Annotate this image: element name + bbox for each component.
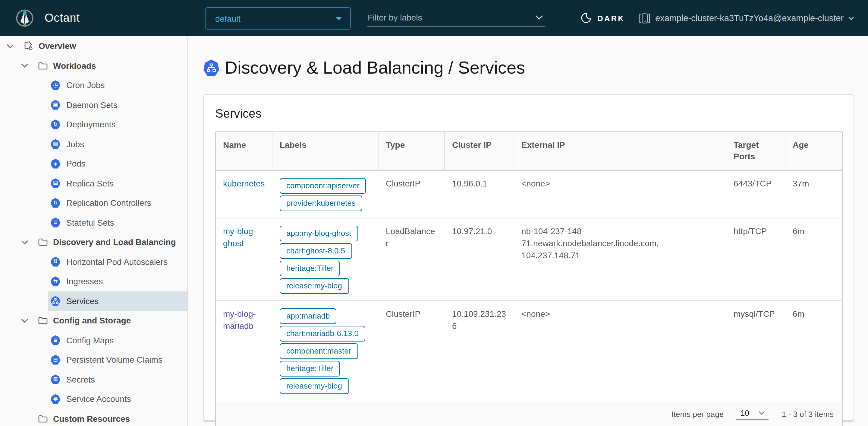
label-pill[interactable]: app:mariadb: [280, 308, 337, 324]
sidebar-group-config-and-storage[interactable]: Config and Storage: [0, 311, 187, 330]
chevron-down-icon: [21, 64, 28, 68]
cell-age: 6m: [785, 301, 842, 401]
cell-target-ports: mysql/TCP: [726, 301, 785, 401]
column-header-name: Name: [216, 132, 273, 170]
cell-external-ip: <none>: [514, 171, 726, 218]
items-per-page-label: Items per page: [672, 410, 724, 419]
folder-icon: [38, 61, 48, 70]
service-link-my-blog-mariadb[interactable]: my-blog-mariadb: [223, 309, 256, 331]
cell-age: 6m: [785, 219, 842, 301]
secrets-icon: ⊠: [51, 374, 60, 385]
sidebar-item-replication-controllers[interactable]: ↻ Replication Controllers: [48, 193, 187, 213]
cell-labels: app:mariadb chart:mariadb-6.13.0 compone…: [273, 301, 378, 401]
sidebar-group-custom-resources[interactable]: Custom Resources: [0, 409, 187, 426]
sidebar-item-config-maps[interactable]: ≣ Config Maps: [48, 330, 187, 350]
services-table: Name Labels Type Cluster IP External IP …: [215, 131, 843, 426]
label-pill[interactable]: component:apiserver: [280, 178, 366, 194]
service-link-kubernetes[interactable]: kubernetes: [223, 179, 265, 188]
jobs-icon: ▦: [51, 139, 60, 149]
column-header-labels: Labels: [273, 132, 378, 170]
folder-icon: [38, 415, 48, 423]
cluster-selector[interactable]: example-cluster-ka3TuTzYo4a@example-clus…: [638, 0, 854, 36]
sidebar: Overview Workloads ◷ Cron Jobs ▣ Daemon …: [0, 36, 188, 426]
namespace-value: default: [215, 13, 241, 23]
column-header-age: Age: [785, 132, 842, 170]
caret-down-icon: [336, 17, 342, 20]
sidebar-item-service-accounts[interactable]: ◉ Service Accounts: [48, 389, 187, 409]
sidebar-item-stateful-sets[interactable]: ≡ Stateful Sets: [48, 213, 187, 232]
chevron-down-icon: [21, 240, 28, 245]
cell-cluster-ip: 10.97.21.0: [445, 219, 514, 301]
pagination-range: 1 - 3 of 3 items: [782, 410, 834, 419]
cell-labels: app:my-blog-ghost chart:ghost-8.0.5 heri…: [273, 219, 378, 301]
cell-type: ClusterIP: [378, 301, 445, 401]
service-link-my-blog-ghost[interactable]: my-blog-ghost: [223, 226, 256, 248]
moon-icon: [580, 12, 592, 24]
label-pill[interactable]: release:my-blog: [280, 278, 349, 294]
column-header-target-ports: Target Ports: [726, 132, 785, 170]
ingresses-icon: ⇆: [51, 276, 60, 287]
sidebar-item-services[interactable]: Services: [48, 291, 187, 311]
sidebar-item-persistent-volume-claims[interactable]: ⊟ Persistent Volume Claims: [48, 350, 187, 370]
horizontal-pod-autoscalers-icon: ⇅: [51, 257, 60, 267]
dark-theme-toggle[interactable]: DARK: [580, 0, 625, 36]
card-title: Services: [215, 106, 842, 121]
chevron-down-icon: [848, 16, 854, 20]
services-card: Services Name Labels Type Cluster IP Ext…: [203, 94, 854, 421]
cell-cluster-ip: 10.96.0.1: [445, 171, 514, 218]
label-pill[interactable]: component:master: [280, 343, 358, 359]
overview-icon: [24, 41, 33, 51]
sidebar-item-replica-sets[interactable]: ▤ Replica Sets: [48, 173, 187, 193]
pods-icon: ◈: [51, 159, 60, 169]
table-pagination: Items per page 10 1 - 3 of 3 items: [216, 401, 842, 426]
label-filter-input[interactable]: Filter by labels: [367, 10, 546, 27]
namespace-select[interactable]: default: [205, 7, 351, 30]
cell-external-ip: nb-104-237-148-71.newark.nodebalancer.li…: [514, 219, 726, 301]
items-per-page-value: 10: [741, 408, 749, 418]
items-per-page-select[interactable]: 10: [736, 408, 769, 420]
cell-target-ports: 6443/TCP: [726, 171, 785, 218]
label-pill[interactable]: provider:kubernetes: [280, 196, 362, 211]
cell-target-ports: http/TCP: [726, 219, 785, 301]
label-pill[interactable]: chart:ghost-8.0.5: [280, 243, 352, 259]
sidebar-item-secrets[interactable]: ⊠ Secrets: [48, 370, 187, 389]
config-maps-icon: ≣: [51, 335, 60, 345]
persistent-volume-claims-icon: ⊟: [51, 355, 60, 365]
table-header-row: Name Labels Type Cluster IP External IP …: [216, 132, 842, 170]
label-pill[interactable]: release:my-blog: [280, 378, 349, 394]
column-header-cluster-ip: Cluster IP: [445, 132, 514, 170]
sidebar-item-cron-jobs[interactable]: ◷ Cron Jobs: [48, 76, 187, 95]
sidebar-item-ingresses[interactable]: ⇆ Ingresses: [48, 272, 187, 291]
cell-name: kubernetes: [216, 171, 273, 218]
label-pill[interactable]: app:my-blog-ghost: [280, 226, 358, 242]
folder-icon: [38, 238, 48, 247]
sidebar-item-overview[interactable]: Overview: [0, 36, 187, 56]
replica-sets-icon: ▤: [51, 178, 60, 189]
chevron-down-icon: [7, 44, 14, 48]
chevron-down-icon: [535, 15, 543, 20]
cluster-name: example-cluster-ka3TuTzYo4a@example-clus…: [655, 13, 844, 23]
sidebar-item-jobs[interactable]: ▦ Jobs: [48, 134, 187, 154]
sidebar-item-horizontal-pod-autoscalers[interactable]: ⇅ Horizontal Pod Autoscalers: [48, 252, 187, 272]
page-title: Discovery & Load Balancing / Services: [225, 58, 525, 78]
sidebar-item-daemon-sets[interactable]: ▣ Daemon Sets: [48, 95, 187, 115]
sidebar-item-pods[interactable]: ◈ Pods: [48, 154, 187, 173]
cell-type: LoadBalancer: [378, 219, 445, 301]
sidebar-item-deployments[interactable]: ↻ Deployments: [48, 115, 187, 134]
services-icon: [51, 296, 60, 306]
daemon-sets-icon: ▣: [51, 100, 60, 110]
chevron-down-icon: [758, 411, 765, 415]
service-accounts-icon: ◉: [51, 394, 60, 404]
column-header-external-ip: External IP: [514, 132, 726, 170]
services-icon: [203, 59, 219, 77]
label-pill[interactable]: chart:mariadb-6.13.0: [280, 326, 365, 342]
cron-jobs-icon: ◷: [51, 80, 60, 90]
sidebar-group-discovery-and-load-balancing[interactable]: Discovery and Load Balancing: [0, 232, 187, 252]
label-pill[interactable]: heritage:Tiller: [280, 261, 340, 276]
sidebar-group-workloads[interactable]: Workloads: [0, 56, 187, 76]
cell-age: 37m: [785, 171, 842, 218]
chevron-down-icon: [21, 319, 28, 323]
table-row: my-blog-mariadb app:mariadb chart:mariad…: [216, 301, 842, 401]
cell-external-ip: <none>: [514, 301, 726, 401]
label-pill[interactable]: heritage:Tiller: [280, 361, 340, 376]
